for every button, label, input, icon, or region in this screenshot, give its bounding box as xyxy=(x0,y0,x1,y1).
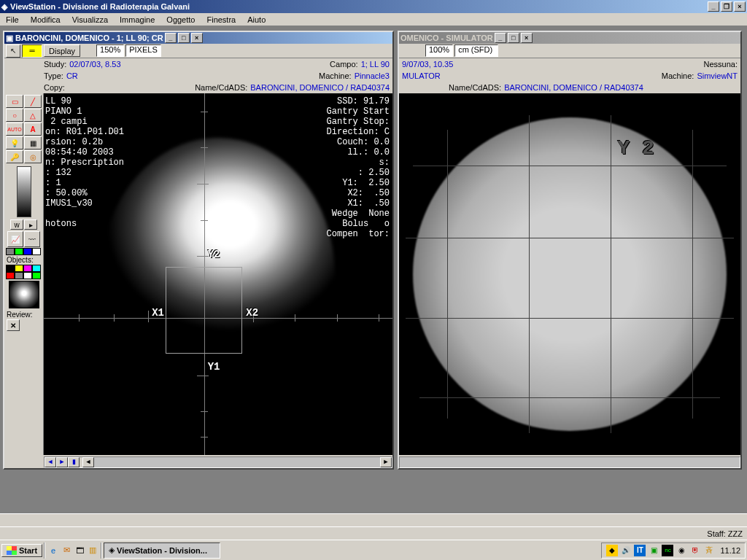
sim-minimize-button[interactable]: _ xyxy=(495,33,506,43)
start-label: Start xyxy=(19,546,37,555)
menu-visualizza[interactable]: Visualizza xyxy=(66,15,114,24)
system-tray[interactable]: ◆ 🔊 IT ▣ nc ◉ ⛨ ⻫ 11.12 xyxy=(601,542,746,559)
menu-modifica[interactable]: Modifica xyxy=(25,15,66,24)
machine-value: Pinnacle3 xyxy=(355,71,390,80)
menu-aiuto[interactable]: Aiuto xyxy=(241,15,271,24)
palette-colors[interactable] xyxy=(4,265,43,272)
staff-label: Staff: ZZZ xyxy=(707,529,743,538)
key-tool-icon[interactable]: 🔑 xyxy=(6,150,23,163)
tray-net-icon[interactable]: nc xyxy=(662,545,673,556)
field-rect xyxy=(166,267,242,354)
menu-file[interactable]: File xyxy=(0,15,25,24)
sim-scrollbar[interactable] xyxy=(399,456,740,468)
start-button[interactable]: Start xyxy=(1,544,42,557)
task-label: ViewStation - Division... xyxy=(117,546,207,555)
sim-mark-y2: Y 2 xyxy=(618,137,654,160)
cr-toolbar: ↖ ═ Display 150% PIXELS xyxy=(4,44,392,58)
highlight-tool-icon[interactable]: ═ xyxy=(22,44,42,58)
grid-tool-icon[interactable]: ▦ xyxy=(24,136,42,149)
circle-tool-icon[interactable]: ○ xyxy=(6,109,23,122)
cr-minimize-button[interactable]: _ xyxy=(165,33,177,43)
target-tool-icon[interactable]: ◎ xyxy=(24,150,42,163)
ql-app-icon[interactable]: ▥ xyxy=(86,544,99,557)
sim-close-button[interactable]: × xyxy=(521,33,533,43)
cr-info: Study: 02/07/03, 8.53 Campo: 1; LL 90 Ty… xyxy=(4,58,392,93)
ql-desktop-icon[interactable]: 🗔 xyxy=(73,544,86,557)
sim-zoom[interactable]: 100% xyxy=(425,44,453,57)
sim-units[interactable]: cm (SFD) xyxy=(454,44,498,57)
close-button[interactable]: × xyxy=(734,1,746,12)
chart-tool-icon[interactable]: 📈 xyxy=(7,231,23,247)
cr-units[interactable]: PIXELS xyxy=(125,44,161,57)
pager-3[interactable]: ▮ xyxy=(68,457,80,467)
sim-maximize-button[interactable]: □ xyxy=(508,33,519,43)
type-value: CR xyxy=(66,71,78,80)
window-cr-titlebar[interactable]: ▣ BARONCINI, DOMENICO - 1; LL 90; CR _ □… xyxy=(4,32,392,44)
scroll-right-icon[interactable]: ► xyxy=(380,457,392,467)
menu-oggetto[interactable]: Oggetto xyxy=(160,15,201,24)
window-cr-title: BARONCINI, DOMENICO - 1; LL 90; CR xyxy=(15,34,163,42)
curve-tool-icon[interactable]: 〰 xyxy=(24,231,40,247)
pointer-tool-icon[interactable]: ↖ xyxy=(6,44,20,58)
restore-button[interactable]: ❐ xyxy=(721,1,732,12)
name-label: Name/CdADS: xyxy=(195,83,247,92)
tray-icon-6[interactable]: ◉ xyxy=(676,545,687,556)
task-viewstation[interactable]: ◈ ViewStation - Division... xyxy=(104,542,220,559)
status-strip: Staff: ZZZ xyxy=(0,526,747,540)
campo-label: Campo: xyxy=(330,60,358,69)
tray-clock[interactable]: 11.12 xyxy=(720,546,740,555)
sim-toolbar: 100% cm (SFD) xyxy=(399,44,740,58)
review-label: Review: xyxy=(4,310,43,319)
line-tool-icon[interactable]: ╱ xyxy=(24,95,42,108)
cr-viewport[interactable]: Y2 Y1 X1 X2 LL 90 PIANO 1 2 campi on: R0… xyxy=(44,93,392,455)
machine-label: Machine: xyxy=(319,71,352,80)
cr-maximize-button[interactable]: □ xyxy=(178,33,190,43)
cr-zoom[interactable]: 150% xyxy=(96,44,124,57)
tray-lang-icon[interactable]: IT xyxy=(634,545,646,556)
wl-down-icon[interactable]: w xyxy=(10,219,23,230)
sim-name-label: Name/CdADS: xyxy=(449,83,501,92)
thumbnail[interactable] xyxy=(9,281,39,308)
minimize-button[interactable]: _ xyxy=(708,1,719,12)
status-strip-upper xyxy=(0,513,747,526)
palette-colors-2[interactable] xyxy=(4,272,43,279)
bulb-tool-icon[interactable]: 💡 xyxy=(6,136,23,149)
tray-volume-icon[interactable]: 🔊 xyxy=(620,545,632,556)
name-value: BARONCINI, DOMENICO / RAD40374 xyxy=(250,83,390,92)
window-level-gradient[interactable] xyxy=(17,166,31,217)
window-simulator-titlebar[interactable]: OMENICO - SIMULATOR _ □ × xyxy=(399,32,740,44)
tray-icon-4[interactable]: ▣ xyxy=(648,545,659,556)
scroll-left-icon[interactable]: ◄ xyxy=(82,457,94,467)
review-close-icon[interactable]: ✕ xyxy=(7,319,20,331)
app-title: ViewStation - Divisione di Radioterapia … xyxy=(10,2,190,11)
rect-tool-icon[interactable]: ▭ xyxy=(6,95,23,108)
display-button[interactable]: Display xyxy=(44,44,80,57)
pager-1[interactable]: ◄ xyxy=(44,457,56,467)
objects-colors[interactable] xyxy=(4,248,43,255)
sim-info: 9/07/03, 10.35 Nessuna: MULATOR Machine:… xyxy=(399,58,740,93)
tray-icon-8[interactable]: ⻫ xyxy=(703,545,715,556)
window-simulator[interactable]: OMENICO - SIMULATOR _ □ × 100% cm (SFD) … xyxy=(398,31,742,470)
text-tool-icon[interactable]: A xyxy=(24,122,42,136)
mark-y1: Y1 xyxy=(208,361,220,373)
tray-shield-icon[interactable]: ⛨ xyxy=(689,545,701,556)
poly-tool-icon[interactable]: △ xyxy=(24,109,42,122)
tray-icon-1[interactable]: ◆ xyxy=(606,545,618,556)
window-simulator-title: OMENICO - SIMULATOR xyxy=(400,34,493,42)
app-icon: ◈ xyxy=(1,2,7,12)
type-label: Type: xyxy=(44,71,63,80)
wl-up-icon[interactable]: ▸ xyxy=(24,219,37,230)
windows-logo-icon xyxy=(7,546,17,555)
pager-2[interactable]: ► xyxy=(56,457,68,467)
cr-close-button[interactable]: × xyxy=(191,33,203,43)
ql-ie-icon[interactable]: e xyxy=(47,544,60,557)
tool-panel: ▭ ╱ ○ △ AUTO A 💡 ▦ 🔑 ◎ w ▸ 📈 xyxy=(4,93,44,455)
window-cr[interactable]: ▣ BARONCINI, DOMENICO - 1; LL 90; CR _ □… xyxy=(3,31,394,470)
menu-finestra[interactable]: Finestra xyxy=(201,15,241,24)
auto-tool-icon[interactable]: AUTO xyxy=(6,122,23,136)
cr-scrollbar[interactable]: ◄ ► ▮ ◄ ► xyxy=(44,456,392,468)
sim-viewport[interactable]: Y 2 xyxy=(399,93,740,455)
mark-x1: X1 xyxy=(152,307,164,319)
menu-immagine[interactable]: Immagine xyxy=(114,15,160,24)
ql-outlook-icon[interactable]: ✉ xyxy=(60,544,73,557)
